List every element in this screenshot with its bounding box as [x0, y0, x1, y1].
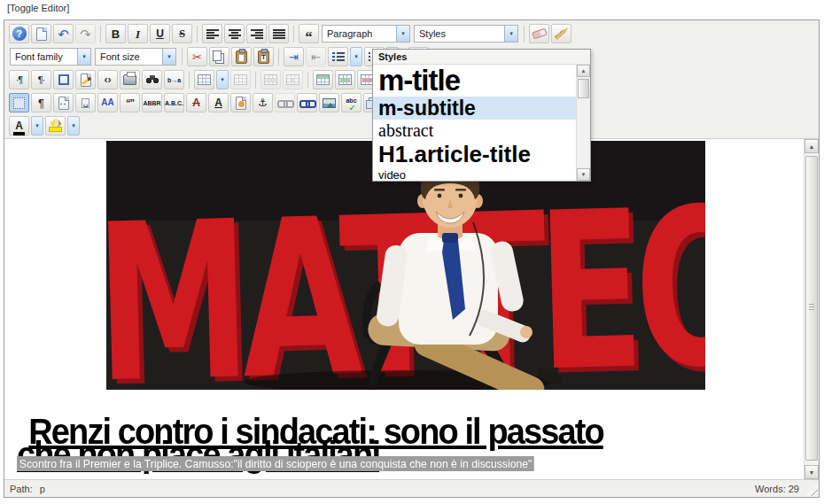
copy-button[interactable]	[209, 47, 229, 66]
nbsp-button[interactable]: ␣	[75, 93, 96, 112]
styles-scroll-down-button[interactable]: ▼	[577, 168, 590, 181]
paragraph-format-select[interactable]: Paragraph▾	[322, 25, 410, 43]
toolbar-separator	[100, 26, 101, 43]
font-size-select-arrow-icon[interactable]: ▾	[162, 49, 175, 65]
redo-button[interactable]: ↷	[75, 24, 96, 43]
highlight-color-button[interactable]	[45, 116, 66, 136]
editor-body[interactable]: MATTEO MATTEO	[4, 139, 819, 479]
visual-chars-button[interactable]: ¶	[31, 93, 51, 112]
highlight-color-dropdown[interactable]: ▾	[67, 116, 80, 136]
acronym-button[interactable]: A.B.C.	[164, 93, 184, 112]
unlink-icon	[277, 99, 292, 107]
help-button[interactable]: ?	[9, 24, 29, 43]
style-option-m-title[interactable]: m-title	[378, 65, 576, 97]
paste-text-icon	[258, 50, 269, 64]
paste-as-text-button[interactable]	[253, 47, 274, 66]
italic-button[interactable]: I	[128, 24, 148, 43]
source-code-button[interactable]: ‹›	[97, 70, 118, 89]
attributes-icon	[236, 97, 246, 110]
cleanup-button[interactable]	[551, 24, 571, 43]
fullscreen-button[interactable]	[53, 70, 74, 89]
style-option-m-subtitle[interactable]: m-subtitle	[373, 97, 576, 120]
edit-css-button[interactable]	[75, 70, 96, 89]
insert-row-before-button[interactable]	[313, 70, 333, 89]
row-properties-button[interactable]	[260, 70, 281, 89]
text-color-dropdown[interactable]: ▾	[31, 116, 43, 136]
replace-button[interactable]: b→a	[164, 70, 184, 89]
paragraph-format-select-arrow-icon[interactable]: ▾	[396, 26, 409, 42]
del-icon: A	[192, 97, 200, 108]
ordered-list-dropdown[interactable]: ▾	[350, 47, 362, 66]
image-button[interactable]	[319, 93, 339, 112]
anchor-button[interactable]: ⚓	[253, 93, 273, 112]
paste-button[interactable]	[231, 47, 252, 66]
align-left-button[interactable]	[202, 24, 222, 43]
align-right-button[interactable]	[246, 24, 267, 43]
style-option-H1.article-title[interactable]: H1.article-title	[378, 141, 576, 167]
search-button[interactable]	[142, 70, 162, 89]
attributes-button[interactable]	[230, 93, 251, 112]
toggle-editor-link[interactable]: [Toggle Editor]	[7, 3, 69, 13]
align-right-icon	[251, 29, 263, 39]
align-justify-button[interactable]	[268, 24, 289, 43]
blockquote-button[interactable]: “	[299, 24, 319, 43]
ltr-button[interactable]: ·¶	[9, 70, 29, 89]
nbsp-icon: ␣	[82, 98, 90, 108]
link-button[interactable]	[297, 93, 317, 112]
style-option-abstract[interactable]: abstract	[378, 120, 576, 141]
scroll-up-button[interactable]: ▲	[805, 139, 819, 153]
visual-aid-button[interactable]	[9, 93, 29, 112]
underline-button[interactable]: U	[150, 24, 170, 43]
outdent-button[interactable]: ⇤	[306, 47, 326, 66]
styles-select-label: Styles	[415, 28, 446, 39]
del-button[interactable]: A	[186, 93, 206, 112]
doc-pencil-icon	[81, 74, 91, 87]
strikethrough-button[interactable]: S	[172, 24, 192, 43]
cell-properties-button[interactable]	[283, 70, 303, 89]
align-center-button[interactable]	[224, 24, 245, 43]
styles-panel-scrollbar[interactable]: ▲ ▼	[576, 65, 590, 181]
status-bar: Path: p Words: 29	[4, 479, 819, 497]
styles-select-arrow-icon[interactable]: ▾	[504, 26, 517, 42]
undo-icon: ↶	[58, 27, 69, 41]
insert-table-button[interactable]	[194, 70, 214, 89]
font-family-select-arrow-icon[interactable]: ▾	[77, 49, 90, 65]
cut-button[interactable]: ✂	[187, 47, 207, 66]
content-scrollbar[interactable]: ▲ ▼	[804, 139, 819, 479]
insert-row-after-button[interactable]	[335, 70, 355, 89]
styles-scrollbar-thumb[interactable]	[578, 79, 589, 98]
blockquote-icon: “	[306, 24, 313, 44]
undo-button[interactable]: ↶	[53, 24, 74, 43]
eraser-icon	[532, 28, 548, 40]
outdent-icon: ⇤	[311, 51, 321, 63]
visual-font-button[interactable]: AA	[97, 93, 118, 112]
print-button[interactable]	[120, 70, 140, 89]
article-subtitle[interactable]: Scontro fra il Premier e la Triplice. Ca…	[17, 457, 534, 470]
styles-select[interactable]: Styles▾	[414, 25, 518, 43]
ordered-list-button[interactable]	[328, 47, 348, 66]
styles-scroll-up-button[interactable]: ▲	[577, 65, 590, 77]
remove-format-button[interactable]	[529, 24, 549, 43]
insert-table-dropdown[interactable]: ▾	[216, 70, 229, 89]
ins-button[interactable]: A	[208, 93, 229, 112]
scrollbar-thumb[interactable]	[805, 156, 818, 461]
rtl-icon: ¶·	[38, 75, 45, 85]
delete-table-button[interactable]	[230, 70, 251, 89]
spellcheck-button[interactable]: abc	[341, 93, 361, 112]
new-document-button[interactable]	[31, 24, 51, 43]
font-family-select[interactable]: Font family▾	[10, 48, 91, 66]
font-size-select[interactable]: Font size▾	[95, 48, 176, 66]
rtl-button[interactable]: ¶·	[31, 70, 51, 89]
text-color-button[interactable]: A	[9, 116, 29, 136]
scroll-down-button[interactable]: ▼	[805, 465, 819, 479]
abbr-button[interactable]: ABBR	[142, 93, 162, 112]
cite-button[interactable]: “”	[120, 93, 140, 112]
unlink-button[interactable]	[275, 93, 295, 112]
redo-icon: ↷	[80, 27, 91, 41]
page-break-button[interactable]	[53, 93, 74, 112]
path-value[interactable]: p	[40, 484, 45, 494]
indent-button[interactable]: ⇥	[284, 47, 304, 66]
style-option-video[interactable]: video	[378, 167, 576, 181]
article-subtitle-text[interactable]: Scontro fra il Premier e la Triplice. Ca…	[17, 456, 534, 471]
bold-button[interactable]: B	[105, 24, 126, 43]
